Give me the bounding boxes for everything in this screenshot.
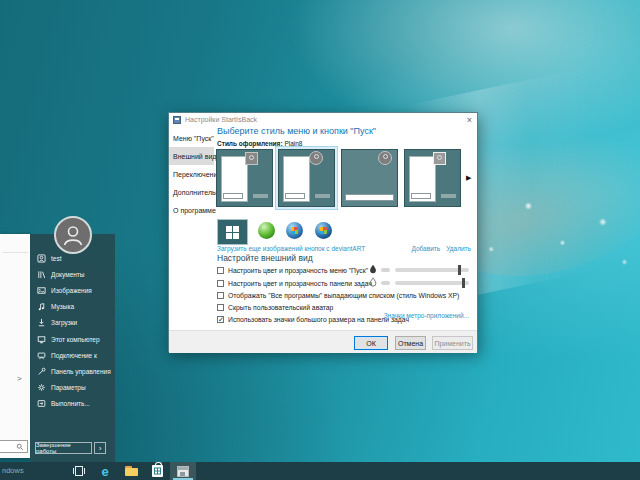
run-icon xyxy=(37,399,46,408)
shutdown-button[interactable]: Завершение работы xyxy=(35,442,92,454)
app-icon xyxy=(173,116,181,124)
close-icon[interactable]: × xyxy=(467,115,472,125)
checkbox-all-programs[interactable] xyxy=(217,292,224,299)
startisback-taskbar-button[interactable] xyxy=(170,462,196,480)
computer-icon xyxy=(37,335,46,344)
gear-icon xyxy=(37,383,46,392)
cancel-button[interactable]: Отмена xyxy=(395,336,426,350)
slider-thumb[interactable] xyxy=(458,265,461,275)
folder-icon xyxy=(125,466,138,476)
page-title: Выберите стиль меню и кнопки "Пуск" xyxy=(217,126,376,136)
user-card-icon xyxy=(37,254,46,263)
start-item-pictures[interactable]: Изображения xyxy=(30,282,115,298)
start-button-style-green-orb[interactable] xyxy=(258,222,275,239)
edge-button[interactable]: e xyxy=(92,462,118,480)
start-opacity-slider[interactable] xyxy=(395,268,469,272)
dialog-footer: ОК Отмена Применить xyxy=(169,330,477,353)
style-thumbnail-1[interactable] xyxy=(216,149,273,207)
checkbox-row-large-icons: Использовать значки большого размера на … xyxy=(217,314,409,325)
taskbar-opacity-slider[interactable] xyxy=(395,281,469,285)
color-swatch[interactable] xyxy=(381,281,390,285)
task-view-icon xyxy=(72,465,86,477)
start-item-downloads[interactable]: Загрузки xyxy=(30,315,115,331)
start-menu-programs-panel: > xyxy=(0,234,30,458)
checkbox-row-start-color: Настроить цвет и прозрачность меню "Пуск… xyxy=(217,265,368,276)
metro-icons-link[interactable]: Значки метро-приложений... xyxy=(384,312,469,319)
edge-icon: e xyxy=(101,465,108,478)
start-button-style-aero-orb[interactable] xyxy=(315,222,332,239)
settings-window-icon xyxy=(177,466,189,477)
store-icon xyxy=(152,465,163,477)
checkbox-hide-avatar[interactable] xyxy=(217,304,224,311)
style-thumbnail-2-selected[interactable] xyxy=(275,146,338,210)
droplet-outline-icon xyxy=(369,277,377,287)
taskbar-opacity-slider-row xyxy=(369,277,471,288)
documents-icon xyxy=(37,270,46,279)
checkbox-start-color[interactable] xyxy=(217,267,224,274)
start-menu-places-panel: test Документы Изображения xyxy=(30,234,115,462)
connect-icon xyxy=(37,351,46,360)
programs-expand-chevron[interactable]: > xyxy=(17,374,22,383)
task-view-button[interactable] xyxy=(66,462,92,480)
style-thumbnail-3[interactable] xyxy=(341,149,398,207)
checkbox-large-icons[interactable] xyxy=(217,316,224,323)
style-label: Стиль оформления: xyxy=(217,140,283,147)
desktop: ndows e xyxy=(0,0,640,480)
startisback-settings-dialog: Настройки StartIsBack × Меню "Пуск" Внеш… xyxy=(168,112,478,352)
start-opacity-slider-row xyxy=(369,264,471,275)
checkbox-row-hide-avatar: Скрыть пользовательский аватар xyxy=(217,302,333,313)
remove-link[interactable]: Удалить xyxy=(446,245,471,252)
taskbar-watermark-text: ndows xyxy=(2,466,24,475)
start-button-style-win7-orb[interactable] xyxy=(286,222,303,239)
apply-button[interactable]: Применить xyxy=(432,336,473,350)
pictures-icon xyxy=(37,286,46,295)
start-item-documents[interactable]: Документы xyxy=(30,266,115,282)
color-swatch[interactable] xyxy=(381,268,390,272)
slider-thumb[interactable] xyxy=(462,278,465,288)
programs-separator xyxy=(2,252,28,253)
sidebar-item-start-menu[interactable]: Меню "Пуск" xyxy=(169,129,214,147)
start-item-music[interactable]: Музыка xyxy=(30,299,115,315)
sidebar-item-about[interactable]: О программе xyxy=(169,201,214,219)
start-item-settings[interactable]: Параметры xyxy=(30,380,115,396)
add-link[interactable]: Добавить xyxy=(411,245,440,252)
download-icon xyxy=(37,318,46,327)
download-more-link[interactable]: Загрузить еще изображений кнопок с devia… xyxy=(217,245,365,252)
start-item-this-pc[interactable]: Этот компьютер xyxy=(30,331,115,347)
sidebar-item-advanced[interactable]: Дополнительно xyxy=(169,183,214,201)
wrench-icon xyxy=(37,367,46,376)
sidebar-item-appearance[interactable]: Внешний вид xyxy=(169,147,214,165)
person-icon xyxy=(60,222,86,248)
music-icon xyxy=(37,302,46,311)
checkbox-taskbar-color[interactable] xyxy=(217,280,224,287)
search-icon xyxy=(16,443,24,451)
droplet-filled-icon xyxy=(369,264,377,274)
sidebar-item-switching[interactable]: Переключение xyxy=(169,165,214,183)
taskbar-icons: e xyxy=(66,462,196,480)
store-button[interactable] xyxy=(144,462,170,480)
style-thumbnail-4[interactable] xyxy=(404,149,461,207)
start-item-connect-to[interactable]: Подключение к xyxy=(30,347,115,363)
user-avatar[interactable] xyxy=(54,216,92,254)
taskbar: ndows e xyxy=(0,462,640,480)
dialog-sidebar: Меню "Пуск" Внешний вид Переключение Доп… xyxy=(169,129,214,219)
windows-logo-icon xyxy=(226,226,239,239)
shutdown-options-arrow[interactable]: › xyxy=(94,442,106,454)
file-explorer-button[interactable] xyxy=(118,462,144,480)
start-button-style-win10-selected[interactable] xyxy=(217,219,248,245)
more-styles-arrow[interactable]: ▶ xyxy=(466,174,471,182)
start-menu-items: test Документы Изображения xyxy=(30,250,115,412)
dialog-title: Настройки StartIsBack xyxy=(185,116,257,123)
checkbox-row-taskbar-color: Настроить цвет и прозрачность панели зад… xyxy=(217,278,372,289)
start-item-control-panel[interactable]: Панель управления xyxy=(30,363,115,379)
dialog-titlebar[interactable]: Настройки StartIsBack × xyxy=(169,113,477,127)
start-item-run[interactable]: Выполнить... xyxy=(30,396,115,412)
start-menu-search-input[interactable] xyxy=(0,440,28,453)
checkbox-row-all-programs: Отображать "Все программы" выпадающим сп… xyxy=(217,290,459,301)
ok-button[interactable]: ОК xyxy=(354,336,388,350)
appearance-heading: Настройте внешний вид xyxy=(217,253,313,263)
